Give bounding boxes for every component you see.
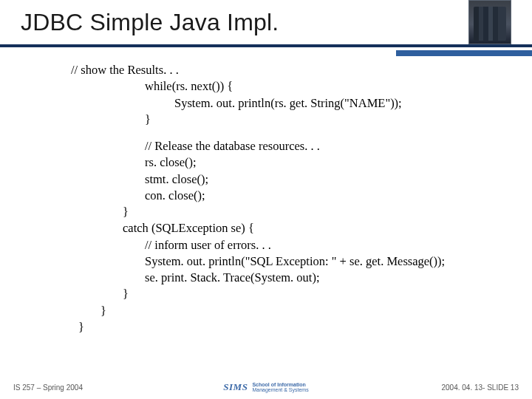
sims-subtext: School of Information Management & Syste… xyxy=(252,382,308,392)
code-line: } xyxy=(71,319,517,335)
spacer xyxy=(71,128,517,138)
sims-logo-text: SIMS xyxy=(223,381,248,393)
code-line: } xyxy=(71,303,517,319)
title-bar: JDBC Simple Java Impl. xyxy=(0,0,532,47)
code-line: } xyxy=(71,204,517,220)
footer-left: IS 257 – Spring 2004 xyxy=(13,383,83,392)
code-line: } xyxy=(71,286,517,302)
header-photo xyxy=(468,0,511,44)
code-block: // show the Results. . . while(rs. next(… xyxy=(71,62,517,335)
code-line: } xyxy=(71,112,517,128)
code-line: // show the Results. . . xyxy=(71,62,517,78)
code-line: catch (SQLException se) { xyxy=(71,220,517,236)
code-line: // inform user of errors. . . xyxy=(71,237,517,253)
code-line: se. print. Stack. Trace(System. out); xyxy=(71,270,517,286)
code-line: con. close(); xyxy=(71,188,517,204)
accent-strip xyxy=(396,50,532,56)
code-line: while(rs. next()) { xyxy=(71,78,517,95)
code-line: // Release the database resources. . . xyxy=(71,138,517,154)
sims-line2: Management & Systems xyxy=(252,387,308,392)
code-line: stmt. close(); xyxy=(71,171,517,188)
slide: JDBC Simple Java Impl. // show the Resul… xyxy=(0,0,532,399)
sims-line1: School of Information xyxy=(252,382,308,387)
footer-right: 2004. 04. 13- SLIDE 13 xyxy=(441,383,519,392)
footer-logo: SIMS School of Information Management & … xyxy=(223,381,308,393)
slide-title: JDBC Simple Java Impl. xyxy=(21,9,279,36)
code-line: rs. close(); xyxy=(71,154,517,171)
footer: IS 257 – Spring 2004 SIMS School of Info… xyxy=(0,378,532,393)
code-line: System. out. println("SQL Exception: " +… xyxy=(71,253,517,270)
code-line: System. out. println(rs. get. String("NA… xyxy=(71,95,517,112)
